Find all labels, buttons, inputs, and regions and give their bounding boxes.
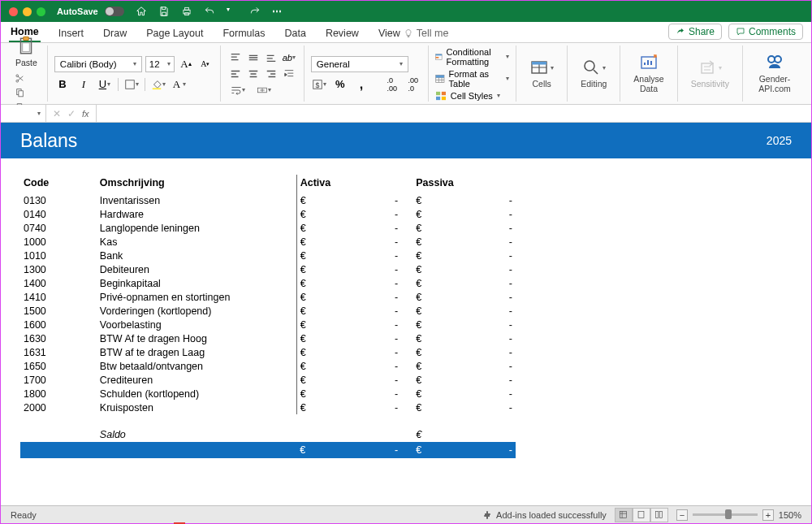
cell-passiva-sym[interactable]: €: [401, 331, 430, 345]
more-icon[interactable]: ⋯: [272, 6, 283, 17]
orientation-button[interactable]: ab▾: [281, 50, 297, 65]
font-size-select[interactable]: 12▾: [145, 56, 175, 72]
maximize-window[interactable]: [37, 7, 45, 16]
cell-desc[interactable]: Voorbelasting: [97, 318, 296, 331]
cell-code[interactable]: 1800: [20, 387, 97, 401]
page-break-view-button[interactable]: [650, 508, 668, 522]
cell-code[interactable]: 1300: [20, 262, 97, 276]
cell-activa-val[interactable]: -: [316, 276, 402, 290]
cell-desc[interactable]: Bank: [97, 249, 296, 262]
cell-desc[interactable]: Privé-opnamen en stortingen: [97, 290, 296, 304]
cell-passiva-val[interactable]: -: [430, 345, 516, 359]
cell-passiva-val[interactable]: -: [430, 318, 516, 331]
cell-desc[interactable]: Debiteuren: [97, 262, 296, 276]
cell-code[interactable]: 2000: [20, 401, 97, 414]
cell-activa-val[interactable]: -: [316, 373, 402, 387]
cell-code[interactable]: 1630: [20, 331, 97, 345]
fx-icon[interactable]: fx: [82, 109, 89, 119]
cell-passiva-val[interactable]: -: [430, 193, 516, 207]
cell-styles-button[interactable]: Cell Styles▾: [435, 90, 509, 102]
cell-code[interactable]: 0140: [20, 207, 97, 221]
cell-passiva-val[interactable]: -: [430, 290, 516, 304]
cell-activa-val[interactable]: -: [316, 193, 402, 207]
align-center-button[interactable]: [245, 67, 261, 81]
decrease-font-button[interactable]: A▾: [197, 57, 214, 71]
cell-activa-sym[interactable]: €: [296, 401, 315, 414]
cell-desc[interactable]: BTW Af te dragen Hoog: [97, 331, 296, 345]
cell-code[interactable]: 0130: [20, 193, 97, 207]
cell-passiva-sym[interactable]: €: [401, 318, 430, 331]
cell-passiva-val[interactable]: -: [430, 304, 516, 318]
cell-activa-sym[interactable]: €: [296, 262, 315, 276]
underline-button[interactable]: U▾: [97, 77, 113, 92]
cell-activa-sym[interactable]: €: [296, 373, 315, 387]
percent-format-button[interactable]: %: [332, 77, 348, 92]
cell-desc[interactable]: Btw betaald/ontvangen: [97, 359, 296, 373]
number-format-select[interactable]: General▾: [311, 56, 408, 72]
confirm-formula-icon[interactable]: ✓: [67, 108, 76, 119]
window-controls[interactable]: [9, 7, 45, 16]
tab-data[interactable]: Data: [283, 28, 307, 42]
cell-passiva-val[interactable]: -: [430, 207, 516, 221]
tell-me[interactable]: Tell me: [402, 28, 451, 42]
cell-activa-sym[interactable]: €: [296, 345, 315, 359]
cancel-formula-icon[interactable]: ✕: [53, 108, 61, 119]
merge-button[interactable]: ▾: [253, 83, 274, 97]
minimize-window[interactable]: [23, 7, 32, 16]
cell-activa-val[interactable]: -: [316, 387, 402, 401]
cell-desc[interactable]: Hardware: [97, 207, 296, 221]
cell-passiva-val[interactable]: -: [430, 401, 516, 414]
cell-passiva-val[interactable]: -: [430, 359, 516, 373]
conditional-formatting-button[interactable]: Conditional Formatting▾: [435, 46, 509, 67]
cell-passiva-sym[interactable]: €: [401, 221, 430, 235]
cell-passiva-sym[interactable]: €: [401, 276, 430, 290]
cell-desc[interactable]: Schulden (kortlopend): [97, 387, 296, 401]
indent-button[interactable]: [281, 67, 297, 81]
cell-activa-val[interactable]: -: [316, 262, 402, 276]
undo-dropdown[interactable]: ▾: [227, 6, 238, 17]
cell-activa-val[interactable]: -: [316, 331, 402, 345]
tab-view[interactable]: View: [377, 28, 402, 42]
name-box[interactable]: ▾: [1, 105, 46, 122]
undo-icon[interactable]: [204, 6, 215, 17]
cell-code[interactable]: 1010: [20, 249, 97, 262]
italic-button[interactable]: I: [76, 77, 92, 92]
bold-button[interactable]: B: [54, 77, 71, 92]
cell-desc[interactable]: Langlopende leningen: [97, 221, 296, 235]
cell-code[interactable]: 1000: [20, 235, 97, 249]
cell-activa-sym[interactable]: €: [296, 235, 315, 249]
cell-code[interactable]: 1500: [20, 304, 97, 318]
cell-activa-sym[interactable]: €: [296, 304, 315, 318]
font-name-select[interactable]: Calibri (Body)▾: [54, 56, 142, 72]
autosave-toggle[interactable]: [105, 6, 124, 16]
align-middle-button[interactable]: [245, 50, 261, 65]
cell-activa-val[interactable]: -: [316, 290, 402, 304]
comma-format-button[interactable]: ,: [353, 77, 369, 92]
home-icon[interactable]: [136, 6, 147, 17]
cell-activa-sym[interactable]: €: [296, 331, 315, 345]
cell-code[interactable]: 1700: [20, 373, 97, 387]
accounting-format-button[interactable]: $▾: [311, 77, 327, 92]
cell-activa-val[interactable]: -: [316, 207, 402, 221]
cut-button[interactable]: [12, 72, 27, 85]
tab-insert[interactable]: Insert: [57, 28, 85, 42]
align-left-button[interactable]: [227, 67, 244, 81]
cell-activa-val[interactable]: -: [316, 221, 402, 235]
cell-passiva-sym[interactable]: €: [401, 387, 430, 401]
cell-passiva-val[interactable]: -: [430, 373, 516, 387]
cell-passiva-sym[interactable]: €: [401, 262, 430, 276]
align-right-button[interactable]: [263, 67, 279, 81]
cell-passiva-val[interactable]: -: [430, 249, 516, 262]
tab-review[interactable]: Review: [324, 28, 361, 42]
cell-activa-sym[interactable]: €: [296, 387, 315, 401]
tab-formulas[interactable]: Formulas: [221, 28, 266, 42]
cell-desc[interactable]: Kas: [97, 235, 296, 249]
cell-passiva-sym[interactable]: €: [401, 290, 430, 304]
editing-button[interactable]: ▾ Editing: [574, 54, 613, 93]
cell-activa-val[interactable]: -: [316, 401, 402, 414]
cell-code[interactable]: 0740: [20, 221, 97, 235]
decrease-decimal-button[interactable]: .00.0: [405, 77, 421, 92]
cell-activa-val[interactable]: -: [316, 359, 402, 373]
cell-passiva-sym[interactable]: €: [401, 249, 430, 262]
cell-code[interactable]: 1410: [20, 290, 97, 304]
